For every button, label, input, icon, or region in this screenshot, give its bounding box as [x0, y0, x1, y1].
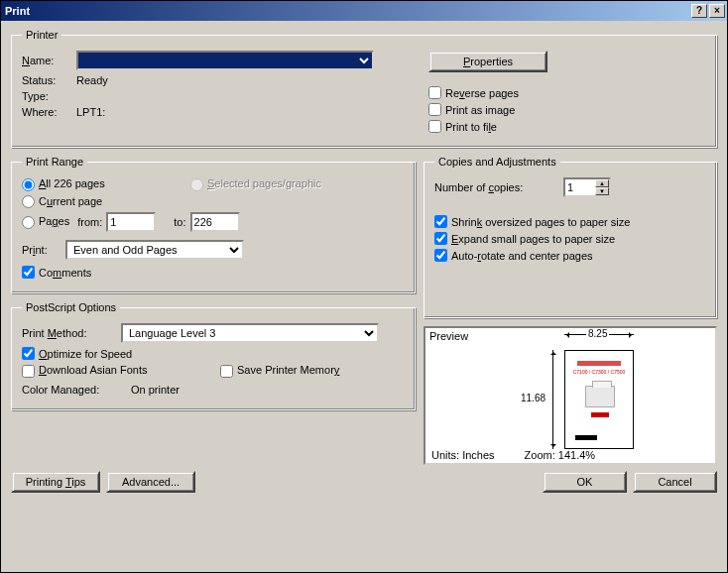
page-thumbnail: C7100 / C7300 / C7500 — [564, 350, 634, 449]
preview-label: Preview — [429, 330, 468, 342]
reverse-pages-checkbox[interactable] — [428, 86, 441, 99]
reverse-pages-label: Reverse pages — [445, 87, 519, 99]
postscript-group: PostScript Options Print Method: Languag… — [11, 301, 416, 410]
status-value: Ready — [76, 74, 108, 86]
from-input[interactable] — [106, 212, 156, 232]
comments-checkbox[interactable] — [22, 266, 35, 279]
preview-panel: Preview 8.25 11.68 C7100 / C7300 / C7500 — [424, 326, 717, 465]
spinner-up-icon[interactable]: ▲ — [595, 179, 609, 187]
ok-button[interactable]: OK — [543, 471, 627, 493]
num-copies-spinner[interactable]: ▲ ▼ — [563, 177, 611, 197]
print-method-select[interactable]: Language Level 3 — [121, 323, 379, 343]
expand-label: Expand small pages to paper size — [451, 233, 615, 245]
postscript-legend: PostScript Options — [22, 301, 120, 313]
printer-icon — [585, 386, 615, 407]
print-as-image-label: Print as image — [445, 104, 515, 116]
print-mode-label: Print: — [22, 244, 65, 256]
optimize-speed-checkbox[interactable] — [22, 347, 35, 360]
window-title: Print — [5, 5, 689, 17]
autorotate-checkbox[interactable] — [434, 249, 447, 262]
preview-height: 11.68 — [521, 393, 546, 403]
print-as-image-checkbox[interactable] — [428, 103, 441, 116]
copies-legend: Copies and Adjustments — [434, 156, 560, 168]
all-pages-label: All 226 pages — [39, 177, 105, 189]
color-managed-value: On printer — [131, 384, 180, 396]
printer-group: Printer Name: Status: Ready Type: — [11, 29, 717, 148]
printing-tips-button[interactable]: Printing Tips — [11, 471, 100, 493]
zoom-label: Zoom: 141.4% — [525, 449, 596, 461]
titlebar: Print ? × — [1, 1, 727, 21]
printer-name-select[interactable] — [76, 51, 374, 70]
print-range-group: Print Range All 226 pages Selected pages… — [11, 156, 416, 293]
print-to-file-checkbox[interactable] — [428, 120, 441, 133]
help-button[interactable]: ? — [691, 4, 707, 18]
preview-width: 8.25 — [586, 328, 609, 339]
spinner-down-icon[interactable]: ▼ — [595, 187, 609, 195]
name-label: Name: — [22, 55, 76, 66]
advanced-button[interactable]: Advanced... — [106, 471, 195, 493]
download-asian-label: Download Asian Fonts — [39, 364, 147, 376]
current-page-label: Current page — [39, 195, 102, 207]
pages-radio[interactable] — [22, 216, 35, 229]
copies-group: Copies and Adjustments Number of copies:… — [424, 156, 717, 318]
selected-pages-radio — [190, 178, 203, 191]
to-input[interactable] — [190, 212, 240, 232]
comments-label: Comments — [39, 267, 91, 279]
save-memory-label: Save Printer Memory — [237, 364, 339, 376]
color-managed-label: Color Managed: — [22, 384, 131, 396]
download-asian-checkbox[interactable] — [22, 365, 35, 378]
print-mode-select[interactable]: Even and Odd Pages — [65, 240, 244, 260]
printer-legend: Printer — [22, 29, 61, 41]
print-dialog: Print ? × Printer Name: Status: Ready — [0, 0, 728, 573]
selected-pages-label: Selected pages/graphic — [207, 177, 321, 189]
shrink-checkbox[interactable] — [434, 215, 447, 228]
status-label: Status: — [22, 74, 76, 86]
height-arrow-icon — [552, 350, 553, 449]
from-label: from: — [77, 216, 102, 228]
print-to-file-label: Print to file — [445, 121, 497, 133]
autorotate-label: Auto-rotate and center pages — [451, 250, 593, 262]
current-page-radio[interactable] — [22, 195, 35, 208]
type-label: Type: — [22, 90, 76, 102]
units-label: Units: Inches — [431, 449, 495, 461]
optimize-speed-label: Optimize for Speed — [39, 348, 132, 360]
shrink-label: Shrink oversized pages to paper size — [451, 216, 630, 228]
cancel-button[interactable]: Cancel — [633, 471, 717, 493]
expand-checkbox[interactable] — [434, 232, 447, 245]
to-label: to: — [174, 216, 185, 228]
all-pages-radio[interactable] — [22, 178, 35, 191]
close-button[interactable]: × — [709, 4, 725, 18]
num-copies-label: Number of copies: — [434, 181, 563, 193]
where-label: Where: — [22, 106, 76, 118]
print-method-label: Print Method: — [22, 327, 121, 339]
save-memory-checkbox[interactable] — [220, 365, 233, 378]
properties-button[interactable]: Properties — [428, 51, 547, 72]
num-copies-input[interactable] — [565, 179, 595, 195]
where-value: LPT1: — [76, 106, 105, 118]
print-range-legend: Print Range — [22, 156, 87, 168]
pages-label: Pages — [39, 215, 69, 227]
